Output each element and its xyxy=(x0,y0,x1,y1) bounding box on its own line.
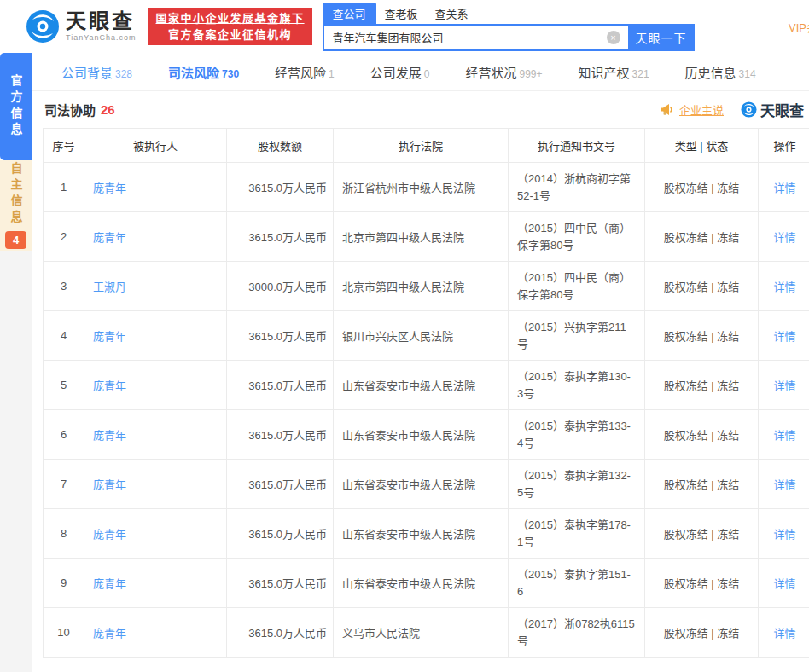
tianyancha-logo-icon xyxy=(26,9,60,43)
person-link[interactable]: 庞青年 xyxy=(93,478,126,491)
col-header-type-status: 类型 | 状态 xyxy=(645,129,759,163)
self-info-count-badge: 4 xyxy=(5,231,26,249)
cell-index: 5 xyxy=(44,361,84,410)
cell-index: 9 xyxy=(44,559,84,608)
tab-intellectual-property[interactable]: 知识产权321 xyxy=(561,63,667,81)
cell-type-status: 股权冻结 | 冻结 xyxy=(645,460,759,509)
tab-company-background[interactable]: 公司背景328 xyxy=(44,63,150,81)
table-row: 6 庞青年 3615.0万人民币 山东省泰安市中级人民法院 （2015）泰执字第… xyxy=(44,410,809,460)
search-button[interactable]: 天眼一下 xyxy=(628,24,695,51)
cell-doc-number: （2015）泰执字第132-5号 xyxy=(509,460,645,509)
table-row: 8 庞青年 3615.0万人民币 山东省泰安市中级人民法院 （2015）泰执字第… xyxy=(44,509,809,559)
cell-type-status: 股权冻结 | 冻结 xyxy=(645,608,759,658)
cell-index: 1 xyxy=(44,163,84,212)
tab-company-development[interactable]: 公司发展0 xyxy=(352,63,448,81)
cell-doc-number: （2015）泰执字第151-6 xyxy=(509,559,645,608)
logo-title: 天眼查 xyxy=(66,11,137,32)
person-link[interactable]: 庞青年 xyxy=(93,528,126,541)
sidebar-tab-self-info[interactable]: 自主信息 4 xyxy=(0,160,32,251)
cell-action: 详情 xyxy=(759,311,809,361)
table-row: 10 庞青年 3615.0万人民币 义乌市人民法院 （2017）浙0782执61… xyxy=(44,608,809,658)
cell-person: 庞青年 xyxy=(84,559,227,608)
cell-action: 详情 xyxy=(759,460,809,509)
tab-history-info[interactable]: 历史信息314 xyxy=(667,63,774,81)
detail-link[interactable]: 详情 xyxy=(773,577,795,590)
cell-index: 10 xyxy=(44,608,84,658)
detail-link[interactable]: 详情 xyxy=(773,379,795,392)
cell-court: 银川市兴庆区人民法院 xyxy=(334,311,509,361)
col-header-action: 操作 xyxy=(759,129,809,163)
person-link[interactable]: 庞青年 xyxy=(93,379,126,392)
page: 天眼查 TianYanCha.com 国家中小企业发展基金旗下 官方备案企业征信… xyxy=(0,0,809,672)
section-count: 26 xyxy=(101,102,115,117)
person-link[interactable]: 庞青年 xyxy=(93,231,126,244)
detail-link[interactable]: 详情 xyxy=(773,281,795,293)
cell-equity: 3615.0万人民币 xyxy=(227,608,334,658)
cell-doc-number: （2015）四中民（商）保字第80号 xyxy=(509,212,645,262)
sidebar-tab-official-info[interactable]: 官方信息 xyxy=(0,53,32,160)
content-left-divider xyxy=(32,53,32,672)
cell-action: 详情 xyxy=(759,361,809,410)
person-link[interactable]: 庞青年 xyxy=(93,330,126,343)
cell-index: 2 xyxy=(44,212,84,262)
cell-action: 详情 xyxy=(759,509,809,559)
tab-operating-risk[interactable]: 经营风险1 xyxy=(257,63,352,81)
table-row: 1 庞青年 3615.0万人民币 浙江省杭州市中级人民法院 （2014）浙杭商初… xyxy=(44,163,809,212)
cell-equity: 3615.0万人民币 xyxy=(227,509,334,559)
cell-person: 庞青年 xyxy=(84,311,227,361)
person-link[interactable]: 庞青年 xyxy=(93,627,126,640)
cell-court: 北京市第四中级人民法院 xyxy=(334,212,509,262)
cell-type-status: 股权冻结 | 冻结 xyxy=(645,410,759,460)
cell-court: 北京市第四中级人民法院 xyxy=(334,262,509,311)
cell-court: 山东省泰安市中级人民法院 xyxy=(334,361,509,410)
detail-link[interactable]: 详情 xyxy=(773,627,795,640)
search-tab-relation[interactable]: 查关系 xyxy=(427,3,477,24)
cell-person: 庞青年 xyxy=(84,460,227,509)
left-sidebar: 官方信息 自主信息 4 xyxy=(0,53,32,672)
clear-icon[interactable]: × xyxy=(607,31,620,44)
table-header-row: 序号 被执行人 股权数额 执行法院 执行通知书文号 类型 | 状态 操作 xyxy=(44,129,809,163)
cell-index: 8 xyxy=(44,509,84,559)
col-header-court: 执行法院 xyxy=(334,129,509,163)
cell-type-status: 股权冻结 | 冻结 xyxy=(645,163,759,212)
person-link[interactable]: 庞青年 xyxy=(93,182,126,194)
cell-equity: 3615.0万人民币 xyxy=(227,311,334,361)
vip-link[interactable]: VIP会 xyxy=(789,19,809,35)
person-link[interactable]: 庞青年 xyxy=(93,429,126,442)
cell-person: 庞青年 xyxy=(84,509,227,559)
person-link[interactable]: 庞青年 xyxy=(93,577,126,590)
col-header-equity: 股权数额 xyxy=(227,129,334,163)
search-tab-company[interactable]: 查公司 xyxy=(323,3,376,24)
detail-link[interactable]: 详情 xyxy=(773,528,795,541)
tab-operating-status[interactable]: 经营状况999+ xyxy=(448,63,561,81)
top-header: 天眼查 TianYanCha.com 国家中小企业发展基金旗下 官方备案企业征信… xyxy=(0,0,809,53)
cell-type-status: 股权冻结 | 冻结 xyxy=(645,361,759,410)
owner-say-link[interactable]: 企业主说 xyxy=(660,101,724,118)
tianyancha-logo[interactable]: 天眼查 TianYanCha.com xyxy=(26,9,137,43)
cell-doc-number: （2015）泰执字第133-4号 xyxy=(509,410,645,460)
detail-link[interactable]: 详情 xyxy=(773,182,795,194)
person-link[interactable]: 王淑丹 xyxy=(93,281,126,293)
table-row: 9 庞青年 3615.0万人民币 山东省泰安市中级人民法院 （2015）泰执字第… xyxy=(44,559,809,608)
gov-badge-line2: 官方备案企业征信机构 xyxy=(156,26,305,43)
detail-link[interactable]: 详情 xyxy=(773,231,795,244)
search-input[interactable] xyxy=(323,24,628,51)
watermark-logo-icon xyxy=(741,101,757,118)
cell-type-status: 股权冻结 | 冻结 xyxy=(645,559,759,608)
detail-link[interactable]: 详情 xyxy=(773,478,795,491)
cell-person: 王淑丹 xyxy=(84,262,227,311)
detail-link[interactable]: 详情 xyxy=(773,330,795,343)
cell-action: 详情 xyxy=(759,163,809,212)
cell-equity: 3615.0万人民币 xyxy=(227,212,334,262)
cell-type-status: 股权冻结 | 冻结 xyxy=(645,262,759,311)
cell-person: 庞青年 xyxy=(84,212,227,262)
cell-equity: 3000.0万人民币 xyxy=(227,262,334,311)
cell-court: 山东省泰安市中级人民法院 xyxy=(334,559,509,608)
search-tab-boss[interactable]: 查老板 xyxy=(376,3,427,24)
detail-link[interactable]: 详情 xyxy=(773,429,795,442)
tab-judicial-risk[interactable]: 司法风险730 xyxy=(150,63,257,81)
col-header-doc-number: 执行通知书文号 xyxy=(509,129,645,163)
cell-doc-number: （2015）兴执字第211号 xyxy=(509,311,645,361)
cell-court: 山东省泰安市中级人民法院 xyxy=(334,460,509,509)
table-row: 2 庞青年 3615.0万人民币 北京市第四中级人民法院 （2015）四中民（商… xyxy=(44,212,809,262)
